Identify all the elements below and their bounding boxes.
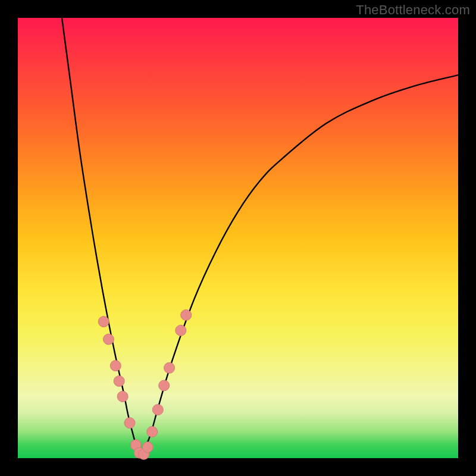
- data-dot: [147, 427, 158, 437]
- plot-area: [18, 18, 458, 458]
- curve-left: [62, 18, 141, 456]
- curve-right: [141, 75, 458, 456]
- chart-svg: [18, 18, 458, 458]
- data-dot: [176, 325, 186, 336]
- data-dot: [110, 361, 121, 371]
- data-dot: [103, 334, 114, 345]
- chart-stage: TheBottleneck.com: [0, 0, 476, 476]
- data-dot: [142, 442, 153, 453]
- data-dot: [98, 317, 109, 327]
- data-dot: [124, 418, 135, 428]
- watermark-text: TheBottleneck.com: [356, 2, 470, 18]
- data-dot: [159, 380, 170, 391]
- data-dot: [114, 376, 124, 387]
- data-dot: [164, 362, 175, 373]
- data-dots-group: [98, 310, 191, 460]
- data-dot: [152, 405, 163, 415]
- data-dot: [117, 391, 128, 402]
- data-dot: [181, 310, 192, 321]
